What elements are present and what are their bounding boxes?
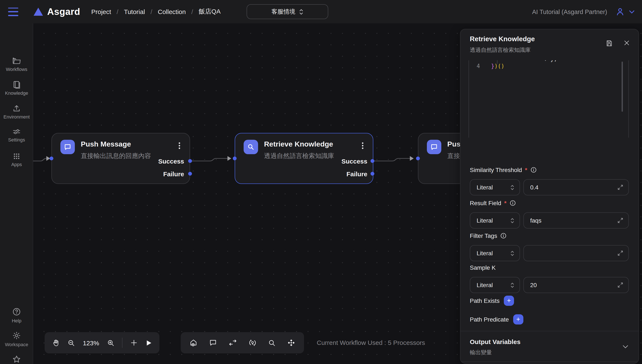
sidebar-item-knowledge[interactable]: Knowledge bbox=[0, 80, 33, 96]
breadcrumb-current[interactable]: 飯店QA bbox=[199, 8, 220, 16]
info-icon[interactable] bbox=[500, 232, 507, 239]
select-updown-icon bbox=[510, 217, 514, 224]
sidebar-item-workflows[interactable]: Workflows bbox=[0, 56, 33, 72]
message-node-icon[interactable] bbox=[209, 338, 217, 347]
left-sidebar: Workflows Knowledge Environment Settings… bbox=[0, 23, 33, 364]
zoom-in-icon[interactable] bbox=[107, 339, 115, 347]
chevron-down-icon[interactable] bbox=[628, 8, 635, 15]
add-path-exists-button[interactable]: + bbox=[504, 296, 514, 306]
node-subtitle: 直接輸出訊息的回應內容 bbox=[81, 152, 151, 160]
folder-icon bbox=[12, 56, 21, 65]
panel-divider bbox=[460, 362, 639, 362]
panel-subtitle: 透過自然語言檢索知識庫 bbox=[470, 46, 531, 54]
hamburger-menu-icon[interactable] bbox=[8, 8, 18, 16]
breadcrumb: Project/ Tutorial/ Collection/ 飯店QA bbox=[91, 8, 220, 16]
info-icon[interactable] bbox=[510, 200, 516, 206]
code-editor[interactable]: . y, 4 })() bbox=[469, 60, 629, 138]
expand-icon[interactable] bbox=[617, 250, 624, 256]
line-number: 4 bbox=[477, 63, 480, 69]
top-bar: Asgard Project/ Tutorial/ Collection/ 飯店… bbox=[0, 0, 642, 23]
value-input-result-field[interactable]: faqs bbox=[523, 212, 629, 228]
code-scrollbar[interactable] bbox=[621, 62, 623, 112]
port-failure-label[interactable]: Failure bbox=[163, 170, 184, 178]
zoom-out-icon[interactable] bbox=[67, 339, 76, 347]
path-exists-row: Path Exists + bbox=[470, 296, 514, 306]
environment-select-value: 客服情境 bbox=[271, 8, 295, 16]
expand-icon[interactable] bbox=[617, 282, 624, 288]
swap-arrows-icon[interactable] bbox=[228, 338, 237, 347]
breadcrumb-tutorial[interactable]: Tutorial bbox=[124, 8, 145, 15]
node-push-message-1[interactable]: Push Message 直接輸出訊息的回應內容 Success Failure bbox=[52, 133, 190, 184]
add-path-predicate-button[interactable]: + bbox=[513, 314, 523, 324]
node-menu-kebab-icon[interactable] bbox=[359, 142, 366, 151]
select-updown-icon bbox=[510, 282, 514, 288]
run-play-icon[interactable] bbox=[145, 339, 152, 346]
output-variables-title[interactable]: Output Variables bbox=[470, 338, 520, 345]
panel-divider bbox=[460, 331, 639, 331]
save-icon[interactable] bbox=[605, 40, 613, 47]
field-label-sample-k: Sample K bbox=[470, 264, 496, 271]
sidebar-item-environment[interactable]: Environment bbox=[0, 104, 33, 119]
sidebar-item-workspace[interactable]: Workspace bbox=[0, 331, 33, 347]
star-icon bbox=[12, 355, 21, 364]
mode-select-filter-tags[interactable]: Literal bbox=[470, 245, 520, 261]
sidebar-item-label: Help bbox=[12, 318, 21, 323]
node-retrieve-knowledge[interactable]: Retrieve Knowledge 透過自然語言檢索知識庫 Success F… bbox=[235, 133, 373, 184]
zoom-level-value[interactable]: 123% bbox=[83, 339, 99, 346]
breadcrumb-project[interactable]: Project bbox=[91, 8, 111, 15]
account-name[interactable]: AI Tutorial (Asgard Partner) bbox=[532, 0, 607, 23]
value-input-filter-tags[interactable] bbox=[523, 245, 629, 261]
mode-select-result-field[interactable]: Literal bbox=[470, 212, 520, 228]
path-predicate-row: Path Predicate + bbox=[470, 314, 523, 324]
book-icon bbox=[12, 80, 21, 89]
port-success-label[interactable]: Success bbox=[158, 158, 184, 165]
chat-bubble-icon bbox=[427, 140, 441, 154]
select-updown-icon bbox=[510, 250, 514, 256]
port-failure-label[interactable]: Failure bbox=[347, 170, 367, 178]
sidebar-item-label: Apps bbox=[11, 162, 22, 167]
node-title: Retrieve Knowledge bbox=[264, 140, 333, 149]
node-config-panel: Retrieve Knowledge 透過自然語言檢索知識庫 . y, 4 })… bbox=[460, 29, 639, 364]
code-partial-line: . y, bbox=[544, 60, 557, 62]
code-token-parens: )() bbox=[494, 63, 504, 69]
close-icon[interactable] bbox=[623, 40, 630, 46]
sidebar-item-upgrade[interactable]: Upgrade bbox=[0, 355, 33, 364]
node-toolbar bbox=[181, 332, 304, 354]
chat-bubble-icon bbox=[60, 140, 75, 154]
mode-select-similarity-threshold[interactable]: Literal bbox=[470, 179, 520, 196]
sidebar-item-settings[interactable]: Settings bbox=[0, 128, 33, 142]
expand-icon[interactable] bbox=[617, 217, 624, 224]
zoom-toolbar: 123% bbox=[45, 332, 159, 354]
workflow-status-text: Current Workflow Used : 5 Processors bbox=[317, 339, 425, 346]
node-subtitle: 透過自然語言檢索知識庫 bbox=[264, 152, 334, 160]
node-title: Push Message bbox=[81, 140, 131, 149]
sidebar-item-apps[interactable]: Apps bbox=[0, 152, 33, 167]
asgard-logo-icon bbox=[34, 8, 43, 16]
breadcrumb-collection[interactable]: Collection bbox=[158, 8, 186, 15]
user-icon[interactable] bbox=[615, 7, 625, 16]
info-icon[interactable] bbox=[530, 166, 537, 173]
chevron-down-icon[interactable] bbox=[621, 343, 629, 350]
required-asterisk: * bbox=[525, 166, 527, 173]
app-window: Push Message 直接輸出訊息的回應內容 Success Failure… bbox=[0, 0, 642, 364]
pan-hand-icon[interactable] bbox=[52, 339, 60, 347]
add-home-node-icon[interactable] bbox=[189, 338, 198, 347]
add-icon[interactable] bbox=[130, 339, 138, 346]
grid-icon bbox=[12, 152, 21, 160]
field-label-similarity-threshold: Similarity Threshold* bbox=[470, 166, 537, 173]
mode-select-sample-k[interactable]: Literal bbox=[470, 277, 520, 293]
auto-idea-refresh-icon[interactable] bbox=[248, 338, 257, 347]
upload-icon bbox=[12, 104, 21, 112]
node-menu-kebab-icon[interactable] bbox=[176, 142, 183, 151]
select-updown-icon bbox=[510, 184, 514, 190]
sidebar-item-help[interactable]: Help bbox=[0, 307, 33, 323]
search-icon[interactable] bbox=[268, 339, 276, 347]
expand-icon[interactable] bbox=[617, 184, 624, 191]
port-success-label[interactable]: Success bbox=[342, 158, 367, 165]
environment-select[interactable]: 客服情境 bbox=[247, 4, 328, 19]
value-input-similarity-threshold[interactable]: 0.4 bbox=[523, 179, 629, 196]
sidebar-item-label: Workspace bbox=[5, 342, 28, 347]
fit-view-icon[interactable] bbox=[287, 338, 295, 347]
select-updown-icon bbox=[299, 8, 303, 15]
value-input-sample-k[interactable]: 20 bbox=[523, 277, 629, 293]
